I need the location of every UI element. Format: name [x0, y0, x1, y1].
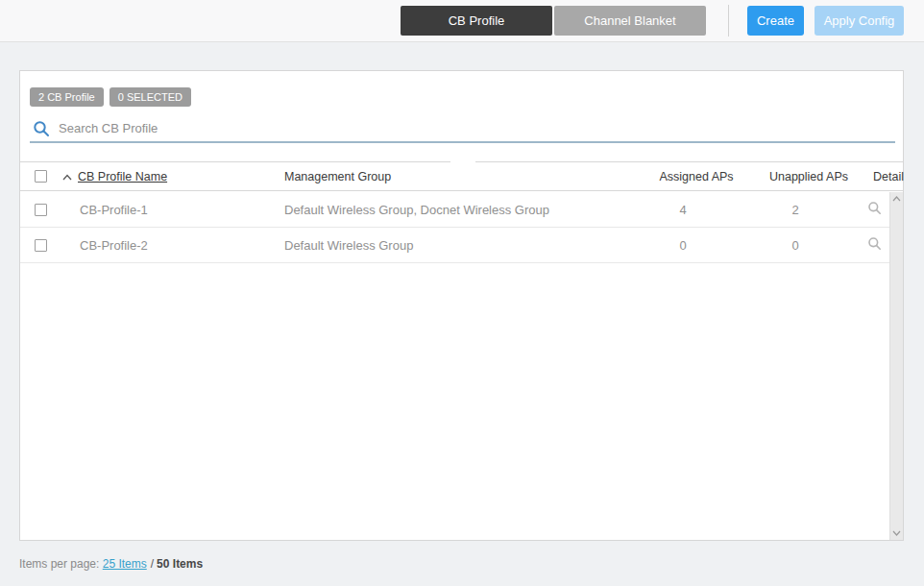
page-size-link[interactable]: 25 Items: [103, 557, 147, 571]
row-assigned-aps: 4: [635, 203, 731, 217]
table-row[interactable]: CB-Profile-2 Default Wireless Group 0 0: [20, 228, 889, 263]
create-button[interactable]: Create: [747, 6, 804, 36]
scroll-up-icon[interactable]: [890, 192, 904, 206]
tab-cb-profile[interactable]: CB Profile: [401, 6, 552, 36]
table-body: CB-Profile-1 Default Wireless Group, Doc…: [20, 192, 903, 540]
tab-channel-blanket[interactable]: Channel Blanket: [554, 6, 706, 36]
apply-config-button[interactable]: Apply Config: [815, 6, 904, 36]
row-checkbox-cell: [20, 204, 59, 216]
sort-ascending-icon[interactable]: [61, 172, 73, 182]
row-checkbox-cell: [20, 239, 59, 252]
row-unapplied-aps: 0: [731, 238, 860, 253]
header-assigned-aps: Assigned APs: [648, 170, 744, 183]
profile-count-badge: 2 CB Profile: [30, 87, 104, 107]
select-all-checkbox[interactable]: [35, 170, 47, 183]
detail-magnifier-icon[interactable]: [867, 236, 882, 251]
table-row[interactable]: CB-Profile-1 Default Wireless Group, Doc…: [20, 192, 889, 228]
items-per-page-label: Items per page:: [19, 557, 99, 571]
header-detail: Detail: [873, 170, 903, 183]
selected-count-badge: 0 SELECTED: [109, 87, 191, 107]
items-separator: /: [151, 557, 154, 571]
toolbar-divider: [728, 5, 729, 37]
total-items-label: 50 Items: [157, 557, 203, 571]
row-name: CB-Profile-2: [59, 238, 262, 253]
row-unapplied-aps: 2: [731, 203, 860, 217]
row-name: CB-Profile-1: [59, 203, 262, 217]
row-checkbox[interactable]: [35, 204, 47, 216]
search-input[interactable]: [59, 121, 895, 135]
search-icon: [33, 120, 50, 137]
items-per-page-info: Items per page: 25 Items/50 Items: [19, 557, 203, 571]
header-checkbox-cell: [20, 170, 59, 183]
cb-profile-panel: 2 CB Profile 0 SELECTED CB Profile: [19, 70, 904, 541]
view-tabs: CB Profile Channel Blanket: [401, 6, 706, 36]
header-name-cell: CB Profile Name: [59, 170, 262, 183]
search-bar: [30, 115, 895, 143]
header-unapplied-aps: Unapplied APs: [744, 170, 873, 183]
summary-badges: 2 CB Profile 0 SELECTED: [30, 87, 191, 107]
header-cb-profile-name[interactable]: CB Profile Name: [78, 170, 167, 183]
footer-bar: Items per page: 25 Items/50 Items << 1 >…: [0, 541, 924, 586]
table-header-row: CB Profile Name Management Group Assigne…: [20, 162, 903, 191]
row-checkbox[interactable]: [35, 239, 47, 252]
row-assigned-aps: 0: [635, 238, 731, 253]
top-toolbar: CB Profile Channel Blanket Create Apply …: [0, 0, 924, 42]
row-management-group: Default Wireless Group: [262, 238, 635, 253]
row-management-group: Default Wireless Group, Docnet Wireless …: [262, 203, 635, 217]
scroll-down-icon[interactable]: [890, 526, 904, 540]
vertical-scrollbar[interactable]: [889, 192, 903, 540]
detail-magnifier-icon[interactable]: [867, 201, 882, 215]
header-management-group: Management Group: [262, 170, 648, 183]
